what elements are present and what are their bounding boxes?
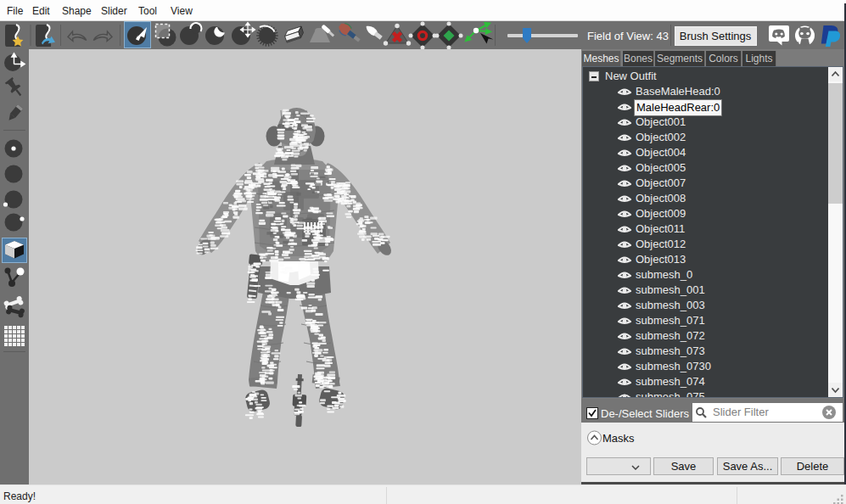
svg-text:Masks: Masks	[602, 432, 635, 445]
svg-text:Slider Filter: Slider Filter	[713, 406, 769, 418]
svg-text:Brush Settings: Brush Settings	[680, 30, 752, 42]
svg-text:De-/Select Sliders: De-/Select Sliders	[601, 407, 690, 420]
svg-text:Field of View: 43: Field of View: 43	[587, 30, 669, 42]
